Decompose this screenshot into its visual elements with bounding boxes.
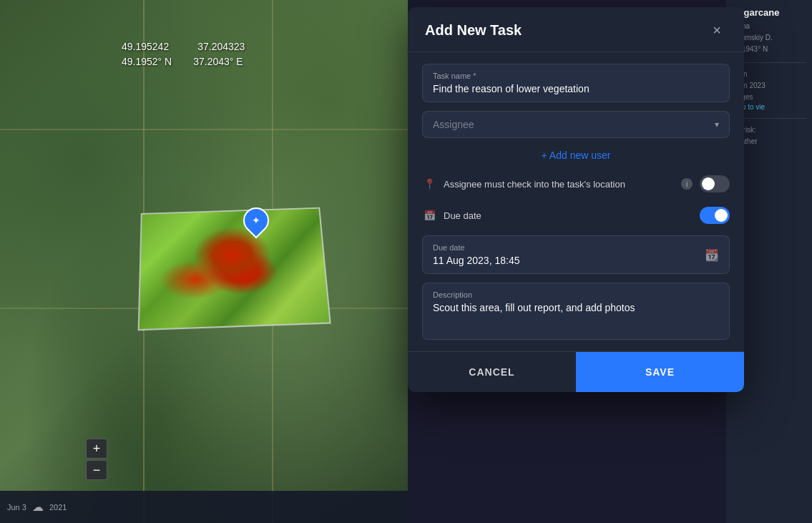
modal-close-button[interactable]: × [707, 20, 727, 40]
checkin-toggle-row: 📍 Assignee must check into the task's lo… [422, 172, 730, 195]
due-date-field-label: Due date [433, 243, 705, 252]
map-time-bar: Jun 3 ☁ 2021 [0, 491, 408, 523]
year-label: 2021 [49, 503, 67, 512]
calendar-picker-icon[interactable]: 📆 [705, 248, 719, 262]
map-background: 49.195242 37.204323 49.1952° N 37.2043° … [0, 0, 408, 523]
checkin-info-icon[interactable]: i [681, 178, 693, 190]
task-name-value: Find the reason of lower vegetation [433, 83, 719, 94]
longitude-coord: 49.195242 [122, 39, 169, 54]
chevron-down-icon: ▾ [715, 119, 719, 129]
latitude-dms: 37.2043° E [193, 54, 243, 69]
latitude-coord: 37.204323 [197, 39, 245, 54]
checkin-toggle-switch[interactable] [700, 175, 730, 192]
description-label: Description [433, 290, 719, 299]
modal-header: Add New Task × [408, 7, 744, 52]
description-field[interactable]: Description Scout this area, fill out re… [422, 283, 730, 340]
checkin-label: Assignee must check into the task's loca… [444, 179, 674, 190]
due-date-toggle-switch[interactable] [700, 207, 730, 224]
zoom-controls: + − [86, 439, 107, 480]
modal-body: Task name * Find the reason of lower veg… [408, 52, 744, 351]
due-date-field[interactable]: Due date 11 Aug 2023, 18:45 📆 [422, 235, 730, 274]
map-pin[interactable]: ✦ [243, 207, 269, 240]
cancel-button[interactable]: CANCEL [408, 352, 576, 392]
zoom-out-button[interactable]: − [86, 460, 107, 480]
modal-title: Add New Task [425, 22, 522, 39]
longitude-dms: 49.1952° N [122, 54, 172, 69]
cloud-icon: ☁ [32, 500, 44, 514]
location-pin-icon: 📍 [422, 177, 436, 191]
add-new-user-button[interactable]: + Add new user [422, 147, 730, 164]
zoom-in-button[interactable]: + [86, 439, 107, 459]
save-button[interactable]: SAVE [576, 352, 744, 392]
add-task-modal: Add New Task × Task name * Find the reas… [408, 7, 744, 392]
assignee-field[interactable]: Assignee ▾ [422, 111, 730, 138]
description-value: Scout this area, fill out report, and ad… [433, 302, 719, 313]
calendar-small-icon: 📅 [422, 208, 436, 223]
due-date-toggle-label: Due date [444, 210, 693, 221]
coordinates-display: 49.195242 37.204323 49.1952° N 37.2043° … [122, 39, 245, 69]
task-name-field[interactable]: Task name * Find the reason of lower veg… [422, 64, 730, 102]
ndvi-overlay [138, 207, 331, 331]
task-name-label: Task name * [433, 72, 719, 80]
due-date-value: 11 Aug 2023, 18:45 [433, 255, 705, 266]
assignee-placeholder: Assignee [433, 119, 474, 130]
due-date-toggle-row: 📅 Due date [422, 204, 730, 227]
modal-footer: CANCEL SAVE [408, 351, 744, 392]
pin-icon: ✦ [252, 215, 260, 226]
time-label: Jun 3 [7, 503, 26, 512]
